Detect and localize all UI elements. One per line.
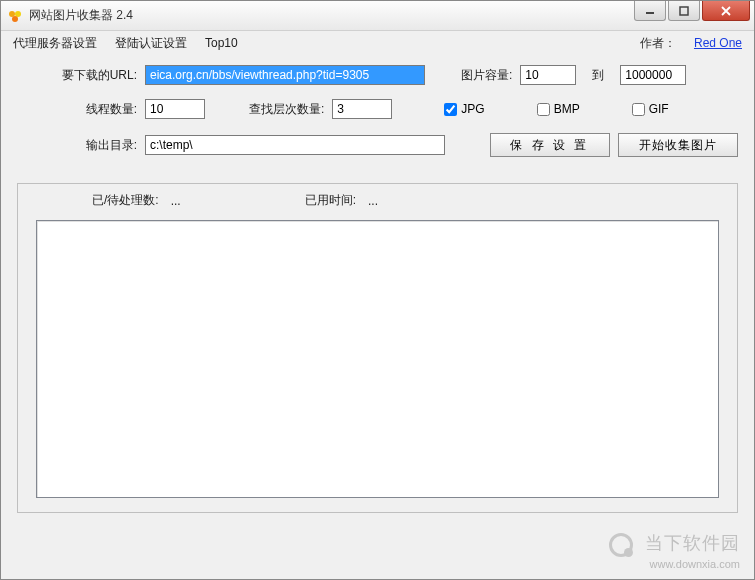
capacity-to-input[interactable] bbox=[620, 65, 686, 85]
author-link[interactable]: Red One bbox=[694, 36, 742, 50]
watermark-url: www.downxia.com bbox=[609, 557, 740, 571]
author-label: 作者： bbox=[640, 35, 676, 52]
save-settings-button[interactable]: 保 存 设 置 bbox=[490, 133, 610, 157]
start-collect-button[interactable]: 开始收集图片 bbox=[618, 133, 738, 157]
pending-label: 已/待处理数: bbox=[92, 192, 159, 209]
maximize-button[interactable] bbox=[668, 1, 700, 21]
gif-checkbox-input[interactable] bbox=[632, 103, 645, 116]
svg-point-2 bbox=[12, 16, 18, 22]
watermark-logo-icon bbox=[609, 533, 633, 557]
outdir-input[interactable] bbox=[145, 135, 445, 155]
time-label: 已用时间: bbox=[305, 192, 356, 209]
depth-input[interactable] bbox=[332, 99, 392, 119]
status-row: 已/待处理数: ... 已用时间: ... bbox=[42, 192, 713, 209]
menu-auth[interactable]: 登陆认证设置 bbox=[115, 35, 187, 52]
capacity-to-label: 到 bbox=[584, 67, 612, 84]
jpg-checkbox-input[interactable] bbox=[444, 103, 457, 116]
jpg-checkbox[interactable]: JPG bbox=[444, 102, 484, 116]
window-title: 网站图片收集器 2.4 bbox=[29, 7, 133, 24]
svg-point-1 bbox=[15, 11, 21, 17]
watermark-brand: 当下软件园 bbox=[645, 533, 740, 553]
time-value: ... bbox=[368, 194, 408, 208]
depth-label: 查找层次数量: bbox=[249, 101, 324, 118]
app-icon bbox=[7, 8, 23, 24]
url-label: 要下载的URL: bbox=[17, 67, 137, 84]
status-group: 已/待处理数: ... 已用时间: ... bbox=[17, 183, 738, 513]
menu-proxy[interactable]: 代理服务器设置 bbox=[13, 35, 97, 52]
threads-label: 线程数量: bbox=[17, 101, 137, 118]
threads-input[interactable] bbox=[145, 99, 205, 119]
capacity-label: 图片容量: bbox=[461, 67, 512, 84]
url-input[interactable] bbox=[145, 65, 425, 85]
title-bar[interactable]: 网站图片收集器 2.4 bbox=[1, 1, 754, 31]
close-button[interactable] bbox=[702, 1, 750, 21]
menu-top10[interactable]: Top10 bbox=[205, 36, 238, 50]
minimize-button[interactable] bbox=[634, 1, 666, 21]
svg-point-0 bbox=[9, 11, 15, 17]
outdir-label: 输出目录: bbox=[17, 137, 137, 154]
svg-rect-3 bbox=[646, 12, 654, 14]
svg-rect-4 bbox=[680, 7, 688, 15]
pending-value: ... bbox=[171, 194, 211, 208]
results-listbox[interactable] bbox=[36, 220, 719, 498]
bmp-checkbox-input[interactable] bbox=[537, 103, 550, 116]
menu-bar: 代理服务器设置 登陆认证设置 Top10 作者： Red One bbox=[1, 31, 754, 55]
app-window: 网站图片收集器 2.4 代理服务器设置 登陆认证设置 Top10 作者： Red… bbox=[0, 0, 755, 580]
gif-checkbox[interactable]: GIF bbox=[632, 102, 669, 116]
settings-form: 要下载的URL: 图片容量: 到 线程数量: 查找层次数量: JPG BMP bbox=[1, 55, 754, 177]
window-controls bbox=[632, 1, 754, 23]
watermark: 当下软件园 www.downxia.com bbox=[609, 532, 740, 571]
bmp-checkbox[interactable]: BMP bbox=[537, 102, 580, 116]
capacity-from-input[interactable] bbox=[520, 65, 576, 85]
